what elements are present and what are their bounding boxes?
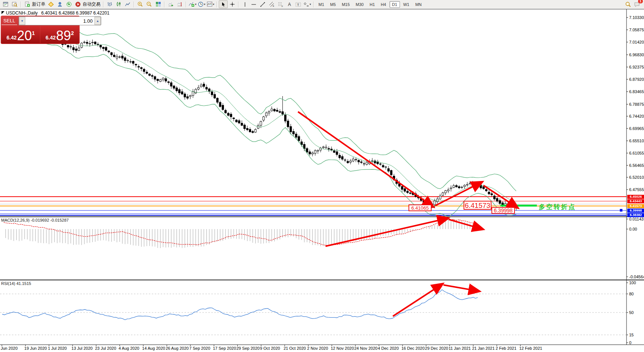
trendline-icon[interactable] [258,0,267,8]
sell-price-big: 20 [17,29,32,42]
tab-timeframe-h4[interactable]: H4 [378,1,389,8]
svg-text:29 Sep 2020: 29 Sep 2020 [237,346,260,351]
auto-scroll-icon[interactable] [166,0,175,8]
chat-icon[interactable]: 1 [632,0,641,8]
chart-canvas[interactable]: 7.103307.058757.014206.968306.923756.879… [0,0,644,352]
macd-label: MACD(12,26,9) -0.019692 -0.015287 [1,218,69,222]
cursor-icon[interactable] [219,0,228,8]
price-callout-peak[interactable]: 6.41573 [464,201,491,210]
svg-text:6.61055: 6.61055 [629,151,644,155]
tab-timeframe-m15[interactable]: M15 [339,1,352,8]
svg-text:2 Nov 2020: 2 Nov 2020 [307,346,328,351]
svg-text:F: F [282,5,283,7]
horizontal-line-icon[interactable] [249,0,258,8]
vertical-line-icon[interactable] [240,0,249,8]
templates-icon[interactable]: ▾ [206,0,215,8]
svg-text:12 Nov 2020: 12 Nov 2020 [331,346,354,351]
bar-chart-icon[interactable] [105,0,114,8]
svg-text:17 Sep 2020: 17 Sep 2020 [213,346,236,351]
new-order-icon[interactable] [23,0,32,8]
svg-text:6.92375: 6.92375 [629,65,644,69]
turning-point-note[interactable]: 多空转折点 [539,203,576,211]
sell-price-pip: 1 [32,30,35,36]
sell-price-button[interactable]: 6.42 20 1 [1,26,40,43]
price-badge: 6.43443 [627,199,644,203]
svg-text:6.83465: 6.83465 [629,89,644,94]
svg-text:6.52010: 6.52010 [629,175,644,180]
tab-timeframe-h1[interactable]: H1 [367,1,377,8]
sell-button[interactable]: SELL [1,17,17,25]
svg-text:6.87920: 6.87920 [629,77,644,82]
chart-symbol-period: USDCNH-,Daily [6,10,38,16]
svg-text:13 Jul 2020: 13 Jul 2020 [71,346,93,351]
svg-text:-0.045644: -0.045644 [629,275,644,279]
zoom-in-icon[interactable] [136,0,145,8]
profiles-icon[interactable] [10,0,19,8]
periods-icon[interactable]: ▾ [197,0,206,8]
signals-icon[interactable] [64,0,73,8]
sell-price-small: 6.42 [6,35,16,41]
svg-text:50: 50 [629,310,634,315]
svg-text:6.96830: 6.96830 [629,53,644,57]
svg-text:12 Feb 2021: 12 Feb 2021 [519,346,542,351]
shapes-icon[interactable]: ▾ [303,0,312,8]
line-chart-icon[interactable] [123,0,132,8]
fibonacci-icon[interactable]: F [276,0,285,8]
toolbar-separator [217,1,217,7]
svg-text:21 Jan 2021: 21 Jan 2021 [472,346,495,351]
svg-text:21 Oct 2020: 21 Oct 2020 [283,346,306,351]
svg-text:2 Feb 2021: 2 Feb 2021 [496,346,516,351]
svg-text:6.56465: 6.56465 [629,163,644,168]
new-chart-icon[interactable] [1,0,10,8]
buy-price-button[interactable]: 6.42 89 2 [41,26,79,43]
toolbar-separator [238,1,239,7]
price-callout-last-low[interactable]: 6.39998 [491,207,515,214]
chart-marker-icon [1,11,4,14]
text-label-icon[interactable]: T [294,0,303,8]
svg-text:Jun 2020: Jun 2020 [1,346,17,351]
svg-text:T: T [297,3,299,6]
tab-timeframe-m1[interactable]: M1 [316,1,327,8]
svg-text:19 Jun 2020: 19 Jun 2020 [24,346,47,351]
svg-text:6.47555: 6.47555 [629,187,644,192]
svg-text:14 Aug 2020: 14 Aug 2020 [142,346,165,351]
indicators-icon[interactable]: ▾ [188,0,197,8]
metaeditor-icon[interactable] [47,0,55,8]
zoom-out-icon[interactable] [145,0,154,8]
buy-price-big: 89 [56,29,71,42]
tab-timeframe-m30[interactable]: M30 [353,1,366,8]
text-icon[interactable]: A [285,0,294,8]
equidistant-channel-icon[interactable]: E [267,0,276,8]
buy-button[interactable]: BUY [103,17,118,25]
tab-timeframe-m5[interactable]: M5 [327,1,338,8]
candlestick-chart-icon[interactable] [114,0,123,8]
autotrading-label[interactable]: 自动交易 [83,1,100,7]
svg-text:A: A [288,2,291,7]
tab-timeframe-mn[interactable]: MN [413,1,424,8]
price-callout-low[interactable]: 6.41065 [408,204,432,211]
svg-text:7.05875: 7.05875 [629,28,644,32]
volume-increase-button[interactable]: ▲ [94,17,101,25]
chart-title: USDCNH-,Daily 6.40341 6.42868 6.39987 6.… [6,10,109,16]
volume-decrease-button[interactable]: ▼ [19,17,25,25]
tab-timeframe-w1[interactable]: W1 [401,1,412,8]
community-icon[interactable] [55,0,64,8]
chart-shift-icon[interactable] [175,0,184,8]
svg-text:7 Sep 2020: 7 Sep 2020 [189,346,210,351]
tile-windows-icon[interactable] [154,0,163,8]
svg-text:23 Jul 2020: 23 Jul 2020 [95,346,116,351]
autotrading-icon[interactable] [73,0,82,8]
crosshair-icon[interactable] [228,0,237,8]
toolbar-separator [103,1,104,7]
toolbar-separator [313,1,314,7]
svg-text:16 Dec 2020: 16 Dec 2020 [401,346,424,351]
hline-selection-handle [620,209,622,212]
volume-input[interactable] [25,17,94,25]
chart-ohlc-values: 6.40341 6.42868 6.39987 6.42201 [41,10,110,16]
chat-badge: 1 [638,0,643,3]
chart-window-border [0,9,644,9]
new-order-label[interactable]: 新订单 [32,1,45,7]
search-icon[interactable] [624,0,632,8]
tab-timeframe-d1[interactable]: D1 [390,1,400,8]
svg-text:0: 0 [629,340,631,345]
